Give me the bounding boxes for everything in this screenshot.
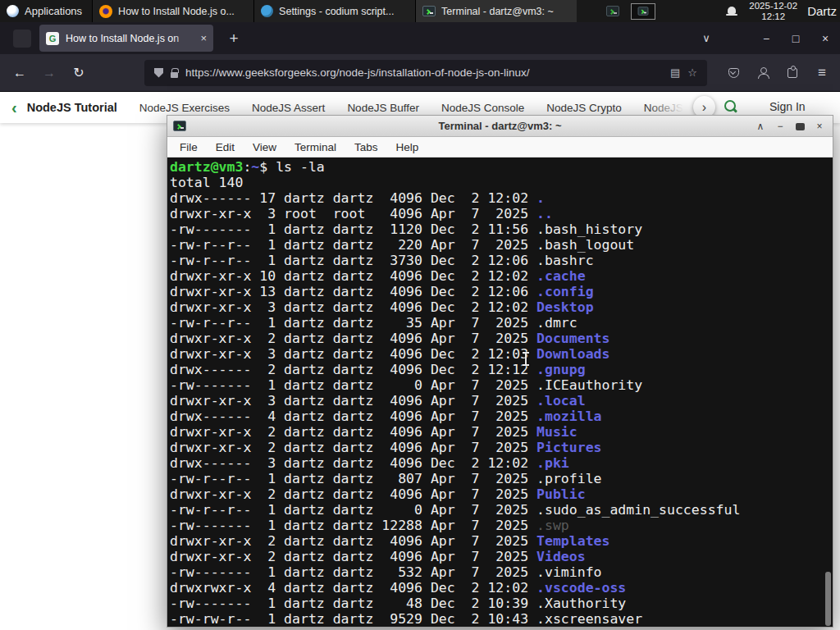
terminal-text: -rw-r--r-- 1 dartz dartz 3730 Dec 2 12:0… bbox=[170, 253, 536, 268]
workspace-indicator[interactable] bbox=[631, 3, 655, 20]
terminal-text: drwxr-xr-x 2 dartz dartz 4096 Apr 7 2025 bbox=[170, 549, 536, 564]
panel-window-buttons: How to Install Node.js o...Settings - co… bbox=[92, 0, 577, 22]
terminal-output-line: drwxr-xr-x 3 dartz dartz 4096 Apr 7 2025… bbox=[170, 393, 833, 409]
terminal-shade-button[interactable]: ∧ bbox=[751, 121, 770, 132]
terminal-text: -rw------- 1 dartz dartz 0 Apr 7 2025 bbox=[170, 377, 536, 393]
terminal-text: .mozilla bbox=[536, 409, 601, 424]
search-icon[interactable] bbox=[724, 100, 738, 114]
site-nav-item[interactable]: NodeJS DNS bbox=[644, 102, 683, 114]
panel-user: Dartz bbox=[807, 4, 837, 18]
window-minimize-button[interactable]: − bbox=[751, 32, 781, 45]
terminal-output-line: drwxr-xr-x 2 dartz dartz 4096 Apr 7 2025… bbox=[170, 424, 833, 440]
terminal-output-line: drwxr-xr-x 3 dartz dartz 4096 Dec 2 12:0… bbox=[170, 299, 833, 315]
back-button[interactable]: ← bbox=[5, 60, 34, 86]
applications-menu[interactable]: Applications bbox=[0, 0, 92, 22]
top-panel: Applications How to Install Node.js o...… bbox=[0, 0, 840, 22]
menu-tabs[interactable]: Tabs bbox=[345, 137, 387, 158]
terminal-text: drwxr-xr-x 2 dartz dartz 4096 Apr 7 2025 bbox=[170, 331, 536, 346]
terminal-output-line: drwxrwxr-x 4 dartz dartz 4096 Dec 2 12:0… bbox=[170, 580, 833, 596]
site-nav-item[interactable]: NodeJS Assert bbox=[252, 102, 325, 114]
tab-close-icon[interactable]: × bbox=[200, 32, 207, 44]
site-nav-item[interactable]: NodeJS Tutorial bbox=[27, 101, 117, 114]
panel-window-button[interactable]: How to Install Node.js o... bbox=[92, 0, 253, 22]
terminal-text: Videos bbox=[536, 549, 586, 564]
app-menu-button[interactable]: ≡ bbox=[807, 60, 837, 86]
site-nav-item[interactable]: NodeJS Crypto bbox=[546, 102, 622, 114]
sign-in-link[interactable]: Sign In bbox=[769, 100, 806, 113]
terminal-scrollbar-thumb[interactable] bbox=[825, 572, 831, 626]
forward-button[interactable]: → bbox=[34, 60, 64, 86]
terminal-text: -rw-r--r-- 1 dartz dartz 220 Apr 7 2025 bbox=[170, 237, 536, 253]
terminal-close-button[interactable]: × bbox=[810, 121, 829, 132]
maximize-icon bbox=[796, 123, 805, 130]
applications-label: Applications bbox=[25, 5, 82, 17]
pocket-button[interactable] bbox=[719, 60, 748, 86]
terminal-text: drwxr-xr-x 2 dartz dartz 4096 Apr 7 2025 bbox=[170, 424, 536, 440]
menu-edit[interactable]: Edit bbox=[207, 137, 244, 158]
url-bar[interactable]: https://www.geeksforgeeks.org/node-js/in… bbox=[144, 60, 707, 86]
puzzle-icon bbox=[788, 68, 797, 78]
panel-window-button[interactable]: Terminal - dartz@vm3: ~ bbox=[415, 0, 577, 22]
panel-window-button[interactable]: Settings - codium script... bbox=[253, 0, 415, 22]
terminal-output-line: -rw-r--r-- 1 dartz dartz 0 Apr 7 2025 .s… bbox=[170, 502, 833, 518]
notification-bell-icon[interactable] bbox=[726, 6, 737, 17]
url-text[interactable]: https://www.geeksforgeeks.org/node-js/in… bbox=[185, 66, 663, 79]
terminal-text: drwxr-xr-x 13 dartz dartz 4096 Dec 2 12:… bbox=[170, 284, 536, 299]
new-tab-button[interactable]: + bbox=[223, 30, 244, 48]
terminal-output-line: drwx------ 3 dartz dartz 4096 Dec 2 12:0… bbox=[170, 455, 833, 471]
menu-file[interactable]: File bbox=[171, 137, 207, 158]
terminal-text: .dmrc bbox=[536, 315, 578, 331]
terminal-text: .Xauthority bbox=[536, 596, 626, 611]
account-button[interactable] bbox=[748, 60, 778, 86]
terminal-text: .config bbox=[536, 284, 594, 299]
bookmark-star-icon[interactable]: ☆ bbox=[687, 66, 697, 79]
terminal-text: drwx------ 17 dartz dartz 4096 Dec 2 12:… bbox=[170, 190, 536, 206]
panel-clock[interactable]: 2025-12-02 12:12 bbox=[749, 1, 797, 22]
terminal-output-line: drwxr-xr-x 3 root root 4096 Apr 7 2025 .… bbox=[170, 206, 833, 221]
terminal-output-line: drwx------ 2 dartz dartz 4096 Dec 2 12:1… bbox=[170, 362, 833, 377]
site-nav-item[interactable]: NodeJS Console bbox=[441, 102, 524, 114]
terminal-output-line: drwxr-xr-x 2 dartz dartz 4096 Apr 7 2025… bbox=[170, 533, 833, 549]
site-nav-item[interactable]: NodeJS Exercises bbox=[139, 102, 230, 114]
site-nav-item[interactable]: NodeJS Buffer bbox=[347, 102, 419, 114]
window-maximize-button[interactable]: □ bbox=[781, 32, 810, 45]
terminal-text: .vscode-oss bbox=[536, 580, 626, 596]
terminal-body[interactable]: dartz@vm3:~$ ls -latotal 140drwx------ 1… bbox=[167, 158, 833, 626]
terminal-text: -rw-rw-r-- 1 dartz dartz 9529 Dec 2 10:4… bbox=[170, 611, 536, 626]
reader-mode-icon[interactable]: ▤ bbox=[670, 66, 680, 79]
extensions-button[interactable] bbox=[778, 60, 807, 86]
terminal-output-line: -rw------- 1 dartz dartz 1120 Dec 2 11:5… bbox=[170, 221, 833, 237]
terminal-text: drwxr-xr-x 2 dartz dartz 4096 Apr 7 2025 bbox=[170, 486, 536, 502]
menu-view[interactable]: View bbox=[244, 137, 285, 158]
tracking-shield-icon[interactable] bbox=[154, 68, 163, 78]
terminal-text: Templates bbox=[536, 533, 609, 549]
tab-title: How to Install Node.js on bbox=[66, 33, 195, 44]
terminal-output-line: drwx------ 4 dartz dartz 4096 Apr 7 2025… bbox=[170, 409, 833, 424]
firefox-view-button[interactable] bbox=[13, 30, 31, 48]
list-all-tabs-icon[interactable]: ∨ bbox=[694, 32, 719, 44]
terminal-text: .bashrc bbox=[536, 253, 594, 268]
terminal-output-line: drwx------ 17 dartz dartz 4096 Dec 2 12:… bbox=[170, 190, 833, 206]
window-close-button[interactable]: × bbox=[810, 32, 840, 45]
window-button-label: How to Install Node.js o... bbox=[118, 6, 235, 17]
terminal-text: -rw-r--r-- 1 dartz dartz 35 Apr 7 2025 bbox=[170, 315, 536, 331]
browser-tab[interactable]: G How to Install Node.js on × bbox=[39, 25, 213, 52]
terminal-text: -rw------- 1 dartz dartz 532 Apr 7 2025 bbox=[170, 564, 536, 580]
reload-button[interactable]: ↻ bbox=[64, 60, 94, 86]
terminal-titlebar[interactable]: Terminal - dartz@vm3: ~ ∧ − × bbox=[167, 116, 833, 137]
lock-icon[interactable] bbox=[171, 72, 178, 78]
terminal-maximize-button[interactable] bbox=[790, 121, 810, 132]
terminal-text: drwx------ 2 dartz dartz 4096 Dec 2 12:1… bbox=[170, 362, 536, 377]
nav-prev-icon[interactable]: ‹ bbox=[11, 99, 17, 116]
codium-icon bbox=[261, 5, 273, 17]
terminal-text: -rw------- 1 dartz dartz 12288 Apr 7 202… bbox=[170, 518, 536, 533]
terminal-text: Public bbox=[536, 486, 586, 502]
menu-help[interactable]: Help bbox=[387, 137, 428, 158]
tray-terminal-icon[interactable] bbox=[606, 6, 619, 16]
terminal-minimize-button[interactable]: − bbox=[770, 121, 790, 132]
terminal-text: .bash_history bbox=[536, 221, 642, 237]
terminal-text: -rw------- 1 dartz dartz 48 Dec 2 10:39 bbox=[170, 596, 536, 611]
terminal-text: -rw------- 1 dartz dartz 1120 Dec 2 11:5… bbox=[170, 221, 536, 237]
menu-terminal[interactable]: Terminal bbox=[285, 137, 345, 158]
terminal-output-line: -rw------- 1 dartz dartz 0 Apr 7 2025 .I… bbox=[170, 377, 833, 393]
